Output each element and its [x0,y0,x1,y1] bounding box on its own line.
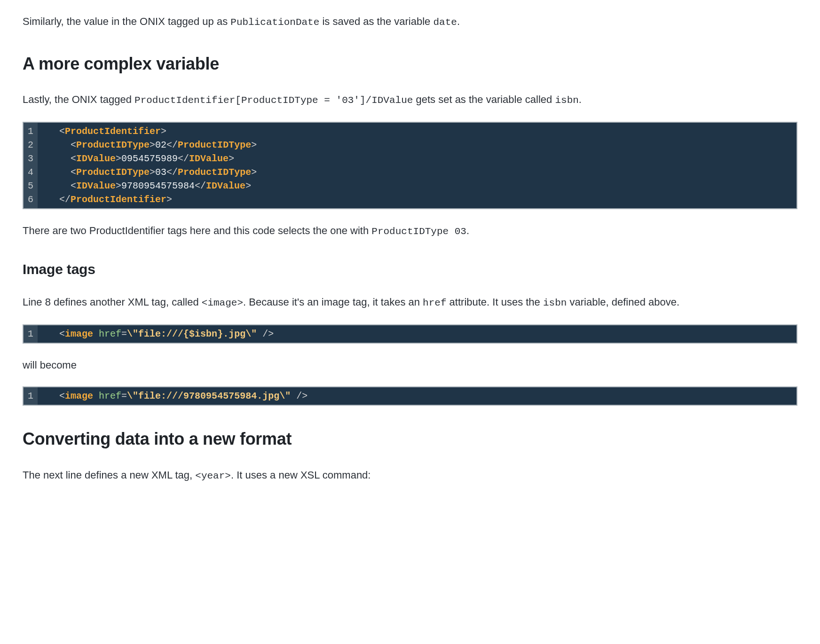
text: . [457,16,460,27]
text: The next line defines a new XML tag, [23,469,195,481]
text: Similarly, the value in the ONIX tagged … [23,16,230,27]
will-become-text: will become [23,357,797,373]
text: . [579,94,582,105]
intro-paragraph: Similarly, the value in the ONIX tagged … [23,13,797,31]
inline-code-year-tag: <year> [195,471,231,481]
heading-complex-variable: A more complex variable [23,50,797,78]
line-number-gutter: 1 [24,325,38,343]
code-block-image-template: 1 <image href=\"file:///{$isbn}.jpg\" /> [23,324,797,344]
text: Line 8 defines another XML tag, called [23,296,202,308]
text: attribute. It uses the [447,296,543,308]
complex-variable-paragraph: Lastly, the ONIX tagged ProductIdentifie… [23,91,797,109]
image-tags-paragraph: Line 8 defines another XML tag, called <… [23,294,797,311]
code-body[interactable]: <image href=\"file:///9780954575984.jpg\… [38,387,796,405]
inline-code-image-tag: <image> [202,298,243,308]
converting-data-paragraph: The next line defines a new XML tag, <ye… [23,467,797,484]
article-body: Similarly, the value in the ONIX tagged … [23,13,797,484]
line-number-gutter: 1 [24,387,38,405]
productidentifier-explain: There are two ProductIdentifier tags her… [23,222,797,240]
inline-code-isbn2: isbn [543,298,567,308]
text: is saved as the variable [319,16,433,27]
text: . Because it's an image tag, it takes an [243,296,423,308]
code-body[interactable]: <ProductIdentifier> <ProductIDType>02</P… [38,123,796,208]
code-block-image-resolved: 1 <image href=\"file:///9780954575984.jp… [23,386,797,406]
text: Lastly, the ONIX tagged [23,94,134,105]
text: . [466,225,469,236]
inline-code-isbn: isbn [555,95,578,106]
inline-code-productidtype03: ProductIDType 03 [371,226,466,237]
inline-code-date: date [433,17,457,28]
inline-code-href: href [423,298,446,308]
text: There are two ProductIdentifier tags her… [23,225,371,236]
line-number-gutter: 123456 [24,123,38,208]
heading-converting-data: Converting data into a new format [23,425,797,453]
inline-code-productidentifier-path: ProductIdentifier[ProductIDType = '03']/… [134,95,413,106]
inline-code-publicationdate: PublicationDate [230,17,319,28]
text: . It uses a new XSL command: [231,469,371,481]
code-body[interactable]: <image href=\"file:///{$isbn}.jpg\" /> [38,325,796,343]
text: variable, defined above. [567,296,679,308]
text: gets set as the variable called [413,94,555,105]
code-block-productidentifier: 123456 <ProductIdentifier> <ProductIDTyp… [23,122,797,209]
heading-image-tags: Image tags [23,258,797,281]
